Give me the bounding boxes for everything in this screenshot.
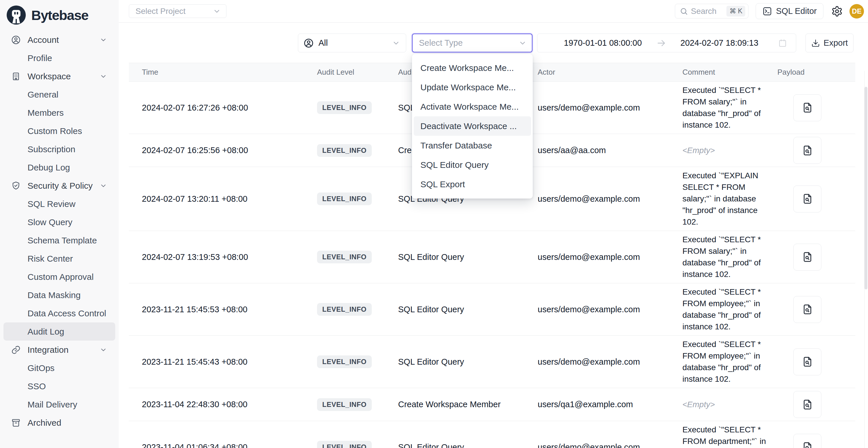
file-search-icon [801, 193, 813, 205]
gear-icon[interactable] [831, 5, 843, 17]
audit-comment: Executed `"EXPLAIN SELECT * FROM salary;… [682, 170, 777, 228]
export-button[interactable]: Export [805, 34, 854, 53]
sidebar-item-risk-center[interactable]: Risk Center [3, 250, 115, 268]
table-row: 2023-11-04 01:06:34 +08:00 LEVEL_INFO SQ… [129, 421, 855, 448]
sidebar-item-security-policy[interactable]: Security & Policy [3, 177, 115, 195]
type-filter-select[interactable]: Select Type [412, 34, 532, 53]
audit-comment: <Empty> [682, 399, 777, 410]
bytebase-logo[interactable]: Bytebase [0, 0, 119, 29]
date-range-picker[interactable]: 1970-01-01 08:00:00 2024-02-07 18:09:13 [537, 34, 796, 53]
col-time: Time [142, 68, 317, 77]
audit-actor: users/demo@example.com [538, 103, 682, 113]
audit-comment: Executed `"SELECT * FROM employee;"` in … [682, 339, 777, 385]
payload-view-button[interactable] [793, 348, 822, 375]
sidebar-item-members[interactable]: Members [3, 104, 115, 122]
audit-actor: users/demo@example.com [538, 357, 682, 367]
actor-filter-select[interactable]: All [298, 34, 406, 53]
search-shortcut-badge: ⌘ K [726, 6, 745, 17]
audit-level-badge: LEVEL_INFO [317, 192, 372, 205]
sidebar-item-audit-log[interactable]: Audit Log [3, 322, 115, 341]
sidebar-item-subscription[interactable]: Subscription [3, 140, 115, 158]
audit-type: SQL Editor Query [398, 305, 538, 314]
sidebar-item-schema-template[interactable]: Schema Template [3, 231, 115, 250]
audit-actor: users/qa1@example.com [538, 400, 682, 409]
file-search-icon [801, 145, 813, 157]
sidebar-item-workspace[interactable]: Workspace [3, 67, 115, 85]
table-row: 2024-02-07 13:19:53 +08:00 LEVEL_INFO SQ… [129, 231, 855, 283]
sidebar-item-account[interactable]: Account [3, 31, 115, 49]
type-dropdown-option[interactable]: Activate Workspace Me... [414, 97, 531, 116]
table-row: 2023-11-04 22:48:30 +08:00 LEVEL_INFO Cr… [129, 388, 855, 421]
payload-view-button[interactable] [793, 137, 822, 164]
audit-level-badge: LEVEL_INFO [317, 303, 372, 316]
type-dropdown-option[interactable]: SQL Export [414, 174, 531, 194]
link-icon [11, 345, 21, 355]
sidebar-item-custom-roles[interactable]: Custom Roles [3, 122, 115, 140]
download-icon [811, 39, 820, 47]
payload-view-button[interactable] [793, 94, 822, 121]
date-from: 1970-01-01 08:00:00 [550, 38, 656, 48]
payload-view-button[interactable] [793, 296, 822, 323]
type-dropdown-option[interactable]: SQL Editor Query [414, 155, 531, 174]
audit-comment: <Empty> [682, 145, 777, 156]
sidebar-item-slow-query[interactable]: Slow Query [3, 213, 115, 231]
sidebar-item-sso[interactable]: SSO [3, 377, 115, 395]
file-search-icon [801, 303, 813, 315]
chevron-down-icon [213, 7, 221, 15]
sidebar-item-general[interactable]: General [3, 85, 115, 104]
sidebar-item-data-masking[interactable]: Data Masking [3, 286, 115, 304]
audit-actor: users/demo@example.com [538, 194, 682, 204]
col-comment: Comment [682, 68, 777, 77]
chevron-down-icon [100, 73, 107, 80]
user-avatar[interactable]: DE [849, 4, 864, 19]
audit-level-badge: LEVEL_INFO [317, 355, 372, 368]
type-dropdown-option[interactable]: Update Workspace Me... [414, 77, 531, 97]
table-row: 2023-11-21 15:45:43 +08:00 LEVEL_INFO SQ… [129, 336, 855, 388]
audit-time: 2024-02-07 16:25:56 +08:00 [142, 146, 317, 155]
sql-editor-label: SQL Editor [776, 6, 817, 16]
audit-actor: users/aa@aa.com [538, 146, 682, 155]
project-select-placeholder: Select Project [135, 7, 186, 16]
payload-view-button[interactable] [793, 434, 822, 448]
chevron-down-icon [100, 346, 107, 354]
sidebar-item-archived[interactable]: Archived [3, 414, 115, 432]
arrow-right-icon [656, 38, 666, 48]
sidebar-item-debug-log[interactable]: Debug Log [3, 158, 115, 177]
sidebar-item-integration[interactable]: Integration [3, 341, 115, 359]
sidebar-item-profile[interactable]: Profile [3, 49, 115, 67]
audit-time: 2024-02-07 13:20:11 +08:00 [142, 194, 317, 204]
audit-time: 2023-11-04 22:48:30 +08:00 [142, 400, 317, 409]
sidebar-item-custom-approval[interactable]: Custom Approval [3, 268, 115, 286]
chevron-down-icon [100, 182, 107, 190]
type-dropdown-option[interactable]: Deactivate Workspace ... [414, 116, 531, 136]
audit-time: 2023-11-21 15:45:43 +08:00 [142, 357, 317, 367]
file-search-icon [801, 102, 813, 114]
topbar: Select Project Search ⌘ K SQL Editor DE [119, 0, 868, 23]
payload-view-button[interactable] [793, 186, 822, 213]
audit-time: 2023-11-04 01:06:34 +08:00 [142, 443, 317, 448]
brand-name: Bytebase [31, 7, 88, 23]
search-input[interactable]: Search ⌘ K [675, 4, 748, 19]
type-dropdown-option[interactable]: Create Workspace Me... [414, 58, 531, 77]
scrollbar-thumb[interactable] [865, 87, 867, 289]
audit-type: Create Workspace Member [398, 400, 538, 409]
sql-editor-button[interactable]: SQL Editor [756, 3, 824, 19]
topbar-right: Search ⌘ K SQL Editor DE [675, 3, 864, 19]
chevron-down-icon [519, 39, 527, 47]
payload-view-button[interactable] [793, 391, 822, 418]
sidebar-item-data-access-control[interactable]: Data Access Control [3, 304, 115, 322]
payload-view-button[interactable] [793, 244, 822, 270]
col-actor: Actor [538, 68, 682, 77]
sidebar: Bytebase Account Profile Workspace Gener… [0, 0, 119, 448]
bytebase-logo-icon [6, 5, 27, 26]
type-filter-placeholder: Select Type [419, 38, 519, 48]
type-dropdown-option[interactable]: Transfer Database [414, 136, 531, 155]
audit-comment: Executed `"SELECT * FROM salary;"` in da… [682, 85, 777, 131]
project-select[interactable]: Select Project [129, 4, 226, 18]
actor-filter-value: All [318, 38, 392, 48]
file-search-icon [801, 398, 813, 411]
sidebar-item-mail-delivery[interactable]: Mail Delivery [3, 395, 115, 414]
sidebar-item-gitops[interactable]: GitOps [3, 359, 115, 377]
sidebar-item-sql-review[interactable]: SQL Review [3, 195, 115, 213]
user-circle-icon [11, 35, 21, 45]
